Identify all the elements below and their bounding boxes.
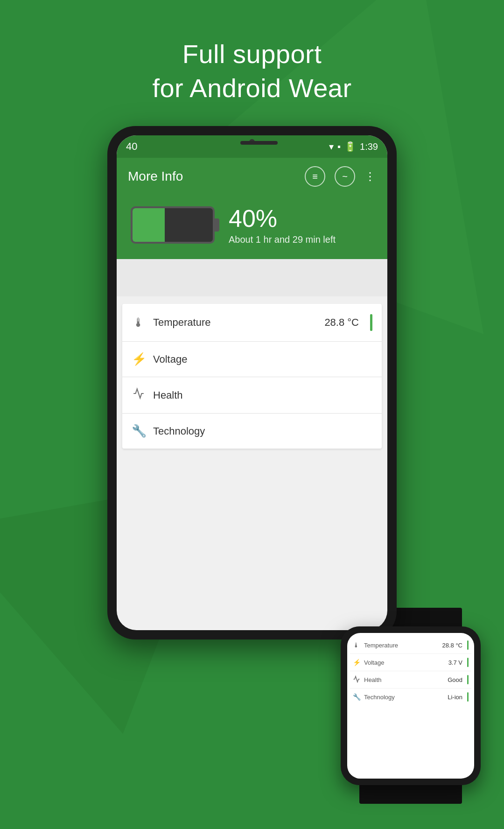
header-line1: Full support xyxy=(182,39,322,69)
watch-technology-icon: 🔧 xyxy=(353,693,361,701)
watch-voltage-row: ⚡ Voltage 3.7 V xyxy=(350,654,471,671)
watch-screen: 🌡 Temperature 28.8 °C ⚡ Voltage 3.7 V He… xyxy=(347,633,474,779)
temperature-bar xyxy=(370,314,372,331)
watch-voltage-icon: ⚡ xyxy=(353,659,361,666)
smartwatch-mockup: 🌡 Temperature 28.8 °C ⚡ Voltage 3.7 V He… xyxy=(331,614,490,801)
battery-visual xyxy=(131,206,215,244)
watch-band-bottom xyxy=(359,785,462,804)
temperature-row: 🌡 Temperature 28.8 °C xyxy=(122,304,382,342)
chart-icon: ~ xyxy=(342,171,348,182)
watch-technology-label: Technology xyxy=(364,694,445,701)
watch-technology-row: 🔧 Technology Li-ion xyxy=(350,688,471,705)
watch-health-icon xyxy=(353,675,361,684)
filter-icon: ≡ xyxy=(312,171,318,182)
watch-voltage-value: 3.7 V xyxy=(448,659,462,666)
signal-icon: ▪ xyxy=(337,141,341,152)
watch-temperature-row: 🌡 Temperature 28.8 °C xyxy=(350,637,471,654)
signal-strength: 40 xyxy=(126,141,137,153)
phone-mockup: 40 ▾ ▪ 🔋 1:39 More Info ≡ ~ xyxy=(107,126,397,639)
watch-temperature-value: 28.8 °C xyxy=(442,642,462,649)
phone-screen: 40 ▾ ▪ 🔋 1:39 More Info ≡ ~ xyxy=(117,135,387,630)
watch-technology-value: Li-ion xyxy=(448,694,462,701)
clock: 1:39 xyxy=(360,141,378,152)
watch-temperature-label: Temperature xyxy=(364,642,439,649)
wifi-icon: ▾ xyxy=(329,141,334,152)
gray-spacer xyxy=(117,259,387,296)
watch-health-row: Health Good xyxy=(350,671,471,688)
more-options-button[interactable]: ⋮ xyxy=(364,170,376,183)
battery-time-left: About 1 hr and 29 min left xyxy=(229,234,336,245)
phone-speaker xyxy=(240,141,278,145)
health-icon xyxy=(132,387,146,403)
header-line2: for Android Wear xyxy=(152,73,351,103)
health-label: Health xyxy=(153,389,372,401)
watch-technology-bar xyxy=(467,692,469,702)
voltage-icon: ⚡ xyxy=(132,352,146,366)
watch-health-value: Good xyxy=(448,676,462,683)
voltage-label: Voltage xyxy=(153,353,372,365)
watch-health-bar xyxy=(467,675,469,684)
info-list: 🌡 Temperature 28.8 °C ⚡ Voltage Healt xyxy=(122,304,382,449)
chart-button[interactable]: ~ xyxy=(335,166,355,187)
watch-temperature-bar xyxy=(467,640,469,650)
battery-status-icon: 🔋 xyxy=(344,141,356,152)
watch-health-label: Health xyxy=(364,676,445,683)
temperature-icon: 🌡 xyxy=(132,316,146,330)
voltage-row: ⚡ Voltage xyxy=(122,342,382,377)
phone-frame: 40 ▾ ▪ 🔋 1:39 More Info ≡ ~ xyxy=(107,126,397,639)
watch-temperature-icon: 🌡 xyxy=(353,641,361,649)
watch-frame: 🌡 Temperature 28.8 °C ⚡ Voltage 3.7 V He… xyxy=(341,626,481,785)
watch-voltage-bar xyxy=(467,658,469,667)
health-row: Health xyxy=(122,377,382,414)
app-toolbar: More Info ≡ ~ ⋮ xyxy=(117,158,387,195)
technology-icon: 🔧 xyxy=(132,424,146,438)
watch-voltage-label: Voltage xyxy=(364,659,446,666)
header-title: Full support for Android Wear xyxy=(0,37,504,105)
technology-label: Technology xyxy=(153,425,372,437)
battery-fill xyxy=(133,208,165,242)
temperature-label: Temperature xyxy=(153,316,317,329)
filter-button[interactable]: ≡ xyxy=(305,166,325,187)
battery-percent: 40% xyxy=(229,204,336,232)
technology-row: 🔧 Technology xyxy=(122,414,382,449)
battery-section: 40% About 1 hr and 29 min left xyxy=(117,195,387,259)
battery-info: 40% About 1 hr and 29 min left xyxy=(229,204,336,245)
toolbar-title: More Info xyxy=(128,169,183,184)
toolbar-icons: ≡ ~ ⋮ xyxy=(305,166,376,187)
status-bar-right: ▾ ▪ 🔋 1:39 xyxy=(329,141,378,152)
temperature-value: 28.8 °C xyxy=(324,316,359,329)
